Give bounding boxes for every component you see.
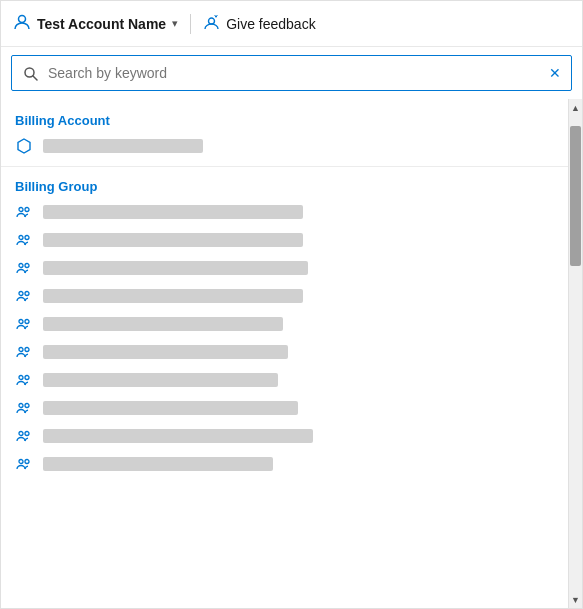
- section-divider: [1, 166, 568, 167]
- list-item[interactable]: [1, 254, 568, 282]
- svg-marker-5: [18, 139, 30, 153]
- billing-group-redacted: [43, 457, 273, 471]
- list-item[interactable]: [1, 338, 568, 366]
- account-icon: [13, 13, 31, 35]
- svg-point-9: [25, 236, 29, 240]
- search-icon: [12, 66, 48, 81]
- svg-point-23: [25, 432, 29, 436]
- billing-group-header: Billing Group: [1, 173, 568, 198]
- feedback-button[interactable]: Give feedback: [203, 14, 316, 34]
- billing-group-redacted: [43, 289, 303, 303]
- svg-point-16: [19, 348, 23, 352]
- scroll-down-arrow[interactable]: ▼: [569, 591, 583, 608]
- billing-group-icon: [15, 204, 33, 220]
- billing-group-icon: [15, 260, 33, 276]
- billing-group-icon: [15, 288, 33, 304]
- billing-account-header: Billing Account: [1, 107, 568, 132]
- scroll-thumb[interactable]: [570, 126, 581, 266]
- svg-point-10: [19, 264, 23, 268]
- scrollbar[interactable]: ▲ ▼: [568, 99, 582, 608]
- svg-point-18: [19, 376, 23, 380]
- svg-point-14: [19, 320, 23, 324]
- billing-group-icon: [15, 456, 33, 472]
- search-clear-button[interactable]: ✕: [539, 65, 571, 81]
- feedback-label: Give feedback: [226, 16, 316, 32]
- svg-point-17: [25, 348, 29, 352]
- scroll-track[interactable]: [569, 116, 582, 591]
- svg-point-11: [25, 264, 29, 268]
- account-selector[interactable]: Test Account Name ▾: [13, 13, 178, 35]
- billing-group-redacted: [43, 373, 278, 387]
- billing-group-redacted: [43, 233, 303, 247]
- content-area: Billing Account Billing Group: [1, 99, 582, 608]
- billing-group-icon: [15, 316, 33, 332]
- list-item[interactable]: [1, 422, 568, 450]
- list-item[interactable]: [1, 394, 568, 422]
- chevron-down-icon: ▾: [172, 17, 178, 30]
- list-item[interactable]: [1, 226, 568, 254]
- list-item[interactable]: [1, 282, 568, 310]
- svg-point-0: [19, 15, 26, 22]
- svg-point-12: [19, 292, 23, 296]
- svg-point-6: [19, 208, 23, 212]
- billing-group-redacted: [43, 205, 303, 219]
- svg-point-22: [19, 432, 23, 436]
- account-name: Test Account Name: [37, 16, 166, 32]
- svg-point-19: [25, 376, 29, 380]
- billing-group-icon: [15, 400, 33, 416]
- billing-group-icon: [15, 344, 33, 360]
- list-item[interactable]: [1, 366, 568, 394]
- svg-line-4: [33, 76, 37, 80]
- header-divider: [190, 14, 191, 34]
- billing-account-icon: [15, 138, 33, 154]
- scroll-up-arrow[interactable]: ▲: [569, 99, 583, 116]
- billing-account-item[interactable]: [1, 132, 568, 160]
- svg-point-7: [25, 208, 29, 212]
- search-bar: ✕: [11, 55, 572, 91]
- main-container: Test Account Name ▾ Give feedback: [0, 0, 583, 609]
- billing-group-redacted: [43, 429, 313, 443]
- svg-point-24: [19, 460, 23, 464]
- list-item[interactable]: [1, 198, 568, 226]
- billing-group-redacted: [43, 401, 298, 415]
- svg-point-13: [25, 292, 29, 296]
- svg-point-20: [19, 404, 23, 408]
- billing-account-redacted: [43, 139, 203, 153]
- svg-point-15: [25, 320, 29, 324]
- billing-group-icon: [15, 232, 33, 248]
- svg-point-1: [209, 18, 215, 24]
- list-item[interactable]: [1, 450, 568, 478]
- billing-group-redacted: [43, 261, 308, 275]
- scroll-content: Billing Account Billing Group: [1, 99, 568, 608]
- list-item[interactable]: [1, 310, 568, 338]
- svg-point-21: [25, 404, 29, 408]
- billing-group-redacted: [43, 345, 288, 359]
- search-input[interactable]: [48, 65, 539, 81]
- billing-group-redacted: [43, 317, 283, 331]
- billing-group-icon: [15, 372, 33, 388]
- feedback-icon: [203, 14, 220, 34]
- svg-point-25: [25, 460, 29, 464]
- billing-group-icon: [15, 428, 33, 444]
- svg-point-8: [19, 236, 23, 240]
- header: Test Account Name ▾ Give feedback: [1, 1, 582, 47]
